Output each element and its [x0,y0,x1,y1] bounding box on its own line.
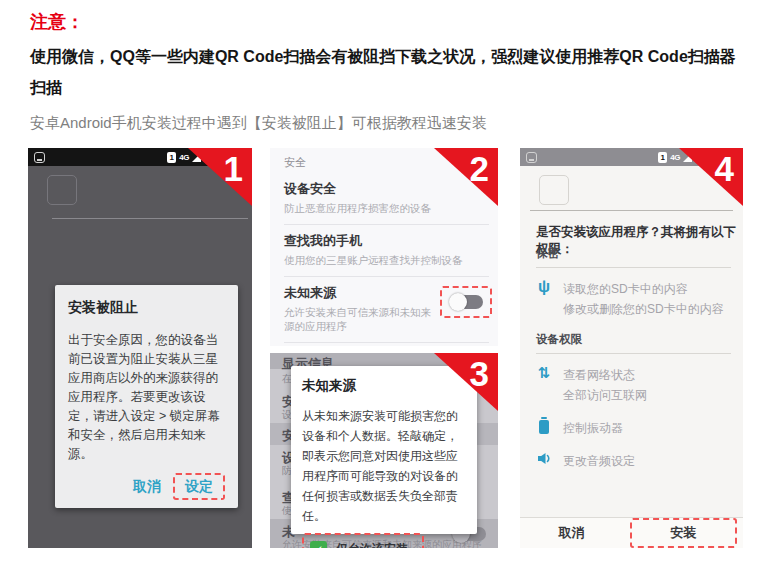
dialog-body: 出于安全原因，您的设备当前已设置为阻止安装从三星应用商店以外的来源获得的应用程序… [68,331,225,464]
usb-storage-icon: ψ [536,279,552,319]
unknown-sources-dialog: 未知来源 从未知来源安装可能损害您的设备和个人数据。轻敲确定，即表示您同意对因使… [291,366,477,534]
vibrate-icon [536,418,552,438]
setting-title: 设备安全 [284,180,489,198]
permission-audio: 更改音频设定 [536,451,731,471]
settings-button[interactable]: 设定 [184,476,214,496]
checkbox-checked-icon[interactable]: ✓ [310,541,327,548]
permission-line: 控制振动器 [563,418,623,438]
permission-line: 全部访问互联网 [563,385,647,405]
notification-icon [34,152,45,163]
toggle-thumb [449,293,467,311]
cancel-button[interactable]: 取消 [520,524,624,542]
permission-line: 更改音频设定 [563,451,635,471]
sim-badge: 1 [658,152,667,163]
install-button[interactable]: 安装 [630,518,738,548]
permission-storage: ψ 读取您的SD卡中的内容 修改或删除您的SD卡中的内容 [536,279,731,319]
allow-once-label: 仅允许该安装 [336,541,408,548]
step-number: 4 [715,149,734,189]
screenshot-step4: 1 4G 7 是否安装该应用程序？其将拥有以下权限： 保密 ψ 读取您的SD卡中… [520,148,743,548]
install-blocked-dialog: 安装被阻止 出于安全原因，您的设备当前已设置为阻止安装从三星应用商店以外的来源获… [55,285,238,508]
section-device: 设备权限 [536,332,731,354]
screenshot-step3: 显示信息 在 安 设 安 设 防 查 使 未 允许安装来自可信来源和未知来源的应… [270,353,498,548]
app-icon-placeholder [47,175,77,205]
dialog-actions: 取消 设定 [68,473,225,500]
setting-device-security[interactable]: 设备安全 防止恶意应用程序损害您的设备 [284,173,489,225]
tutorial-subtitle: 安卓Android手机安装过程中遇到【安装被阻止】可根据教程迅速安装 [30,114,487,133]
settings-list: 设备安全 防止恶意应用程序损害您的设备 查找我的手机 使用您的三星账户远程查找并… [284,173,489,346]
permission-vibrate: 控制振动器 [536,418,731,438]
network-type-label: 4G [670,153,680,162]
warning-line-1: 使用微信，QQ等一些内建QR Code扫描会有被阻挡下载之状况，强烈建议使用推荐… [30,41,750,72]
warning-line-2: 扫描 [30,72,750,103]
screenshot-step2: 安全 设备安全 防止恶意应用程序损害您的设备 查找我的手机 使用您的三星账户远程… [270,148,498,346]
notification-icon [526,152,537,163]
setting-unknown-sources[interactable]: 未知来源 允许安装来自可信来源和未知来源的应用程序 [284,277,489,343]
security-section-title: 安全 [284,155,306,170]
warning-text: 使用微信，QQ等一些内建QR Code扫描会有被阻挡下载之状况，强烈建议使用推荐… [30,41,750,103]
network-arrows-icon: ⇅ [536,365,552,405]
installer-button-bar: 取消 安装 [520,517,743,548]
sim-badge: 1 [167,152,176,163]
divider [530,210,733,211]
network-type-label: 4G [179,153,189,162]
highlight-box: 设定 [173,473,225,500]
highlight-box [440,286,492,318]
permission-network: ⇅ 查看网络状态 全部访问互联网 [536,365,731,405]
setting-find-my-phone[interactable]: 查找我的手机 使用您的三星账户远程查找并控制设备 [284,225,489,277]
cancel-button[interactable]: 取消 [126,474,168,500]
permissions-list: 保密 ψ 读取您的SD卡中的内容 修改或删除您的SD卡中的内容 设备权限 ⇅ 查… [536,246,731,484]
step-number: 1 [224,149,243,189]
tutorial-page: 注意： 使用微信，QQ等一些内建QR Code扫描会有被阻挡下载之状况，强烈建议… [0,0,767,570]
permission-line: 读取您的SD卡中的内容 [563,279,724,299]
note-title: 注意： [30,10,84,34]
highlight-box: ✓ 仅允许该安装 [302,533,424,548]
dialog-title: 安装被阻止 [68,299,225,317]
setting-title: 查找我的手机 [284,232,489,250]
setting-subtitle: 防止恶意应用程序损害您的设备 [284,202,489,216]
app-icon-placeholder [539,175,569,205]
setting-subtitle: 使用您的三星账户远程查找并控制设备 [284,254,489,268]
divider [52,218,248,219]
setting-other-security[interactable]: 其他安全设定 更改安全更新和证书存储等其他安全设定 [284,343,489,346]
section-privacy: 保密 [536,246,731,268]
permission-line: 查看网络状态 [563,365,647,385]
permission-line: 修改或删除您的SD卡中的内容 [563,299,724,319]
dialog-body: 从未知来源安装可能损害您的设备和个人数据。轻敲确定，即表示您同意对因使用这些应用… [302,406,466,526]
dialog-title: 未知来源 [302,377,466,395]
speaker-icon [536,451,552,471]
unknown-sources-toggle[interactable] [449,293,483,311]
step-corner-badge: 1 [188,148,252,206]
screenshot-step1: 1 4G 7 安装被阻止 出于安全原因，您的设备当前已设置为阻止安装从三星应用商… [28,148,252,548]
